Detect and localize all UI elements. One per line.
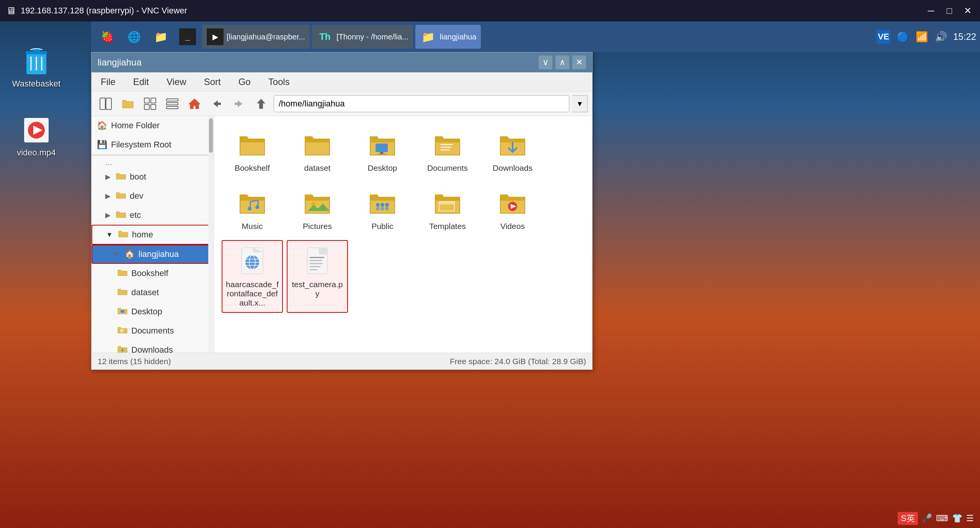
sidebar-item-bookshelf[interactable]: Bookshelf: [91, 264, 214, 283]
terminal-window-icon: ▶: [207, 28, 224, 45]
terminal-button[interactable]: _: [175, 25, 200, 49]
svg-point-32: [381, 203, 384, 207]
svg-rect-24: [378, 154, 385, 154]
vnc-close-button[interactable]: ✕: [962, 5, 974, 17]
svg-rect-48: [310, 257, 324, 258]
dataset-icon: [118, 287, 127, 298]
dev-folder-icon: [116, 191, 126, 201]
menu-go[interactable]: Go: [235, 75, 254, 89]
sidebar-item-filesystem-root[interactable]: 💾 Filesystem Root: [91, 135, 214, 154]
sidebar-item-downloads[interactable]: Downloads: [91, 340, 214, 353]
fm-maximize-button[interactable]: ∧: [555, 56, 569, 69]
wastebasket-icon[interactable]: Wastebasket: [11, 46, 61, 89]
browser-button[interactable]: 🌐: [122, 25, 146, 49]
sidebar-documents-label: Documents: [131, 326, 174, 336]
svg-rect-15: [167, 99, 178, 101]
file-item-bookshelf[interactable]: Bookshelf: [222, 124, 283, 178]
sidebar-item-boot[interactable]: ▶ boot: [91, 167, 214, 186]
sidebar-item-home[interactable]: ▼ home: [91, 225, 214, 245]
sidebar-home-tree-label: home: [132, 230, 153, 240]
volume-icon: 🔊: [934, 30, 948, 44]
file-item-desktop[interactable]: Desktop: [352, 124, 413, 178]
sidebar-item-etc[interactable]: ▶ etc: [91, 206, 214, 225]
filemanager-window-label: liangjiahua: [440, 33, 477, 41]
vnc-minimize-button[interactable]: ─: [925, 5, 937, 17]
svg-rect-27: [441, 149, 450, 150]
video-icon[interactable]: video.mp4: [11, 115, 61, 158]
file-item-pictures[interactable]: Pictures: [287, 182, 348, 236]
clock: 15:22: [953, 31, 976, 42]
filesystem-root-icon: 💾: [97, 140, 107, 150]
sidebar-item-liangjiahua[interactable]: ▼ 🏠 liangjiahua: [91, 245, 214, 264]
svg-point-28: [248, 207, 252, 211]
menu-file[interactable]: File: [98, 75, 119, 89]
public-file-icon: [367, 187, 398, 218]
file-item-downloads[interactable]: Downloads: [482, 124, 543, 178]
ime-badge: S英: [898, 512, 918, 525]
home-button[interactable]: [185, 94, 204, 113]
file-item-documents[interactable]: Documents: [417, 124, 478, 178]
sidebar-item-documents[interactable]: Documents: [91, 321, 214, 340]
sidebar-item-dev[interactable]: ▶ dev: [91, 186, 214, 206]
pictures-file-label: Pictures: [303, 222, 332, 231]
terminal-window-button[interactable]: ▶ [liangjiahua@raspber...: [202, 25, 310, 49]
fm-menubar: File Edit View Sort Go Tools: [91, 72, 592, 92]
documents-file-label: Documents: [427, 163, 468, 173]
sidebar-item-desktop[interactable]: Desktop: [91, 302, 214, 321]
fm-close-button[interactable]: ✕: [572, 56, 586, 69]
documents-folder-icon: [118, 325, 127, 336]
fm-statusbar: 12 items (15 hidden) Free space: 24.0 Gi…: [91, 353, 592, 369]
vnc-maximize-button[interactable]: □: [943, 5, 956, 17]
fm-expand-button[interactable]: ∨: [539, 56, 552, 69]
file-item-public[interactable]: Public: [352, 182, 413, 236]
address-bar[interactable]: /home/liangjiahua: [274, 95, 569, 112]
terminal-icon: _: [179, 28, 196, 45]
menu-view[interactable]: View: [163, 75, 189, 89]
fm-titlebar: liangjiahua ∨ ∧ ✕: [91, 52, 592, 72]
menu-tools[interactable]: Tools: [265, 75, 293, 89]
up-button[interactable]: [252, 94, 271, 113]
pictures-file-icon: [302, 187, 333, 218]
svg-rect-52: [310, 269, 317, 270]
sidebar-item-dataset[interactable]: dataset: [91, 283, 214, 302]
menu-edit[interactable]: Edit: [130, 75, 152, 89]
music-file-icon: [237, 187, 268, 218]
panel-toggle-button[interactable]: [96, 94, 115, 113]
filemanager-taskbar-button[interactable]: 📁: [149, 25, 173, 49]
list-view-button[interactable]: [163, 94, 182, 113]
file-item-videos[interactable]: Videos: [482, 182, 543, 236]
file-item-music[interactable]: Music: [222, 182, 283, 236]
boot-arrow: ▶: [105, 173, 111, 181]
folder-new-button[interactable]: [118, 94, 137, 113]
address-dropdown-button[interactable]: ▾: [572, 95, 588, 112]
forward-button[interactable]: [229, 94, 248, 113]
file-item-templates[interactable]: Templates: [417, 182, 478, 236]
raspi-menu-button[interactable]: 🍓: [95, 25, 119, 49]
desktop: 🖥 192.168.137.128 (raspberrypi) - VNC Vi…: [0, 0, 980, 528]
svg-rect-49: [310, 260, 322, 261]
back-button[interactable]: [207, 94, 226, 113]
sidebar-scrollbar-thumb[interactable]: [209, 118, 213, 153]
bottom-right-tray: S英 🎤 ⌨ 👕 ☰: [892, 509, 980, 528]
tray-icon-2: ☰: [966, 513, 974, 523]
menu-sort[interactable]: Sort: [201, 75, 224, 89]
fm-main-area: Bookshelf dataset: [214, 116, 592, 353]
sidebar-item-home-folder[interactable]: 🏠 Home Folder: [91, 116, 214, 135]
grid-view-button[interactable]: [140, 94, 160, 113]
thonny-button[interactable]: Th [Thonny - /home/lia...: [312, 25, 413, 49]
fm-titlebar-buttons: ∨ ∧ ✕: [539, 56, 586, 69]
svg-rect-10: [106, 98, 111, 110]
etc-arrow: ▶: [105, 211, 111, 219]
mic-icon: 🎤: [922, 513, 932, 523]
video-label: video.mp4: [17, 148, 56, 158]
sidebar-scrollbar-track[interactable]: [208, 116, 214, 353]
filemanager-window-button[interactable]: 📁 liangjiahua: [415, 25, 481, 49]
file-item-dataset[interactable]: dataset: [287, 124, 348, 178]
desktop-file-label: Desktop: [368, 163, 397, 173]
file-item-haarcascade[interactable]: haarcascade_frontalface_default.x...: [222, 240, 283, 313]
file-item-test-camera[interactable]: test_camera.py: [287, 240, 348, 313]
svg-rect-18: [121, 310, 124, 313]
desktop-file-icon: [367, 129, 398, 160]
downloads-file-icon: [497, 129, 528, 160]
fm-title: liangjiahua: [98, 57, 142, 68]
